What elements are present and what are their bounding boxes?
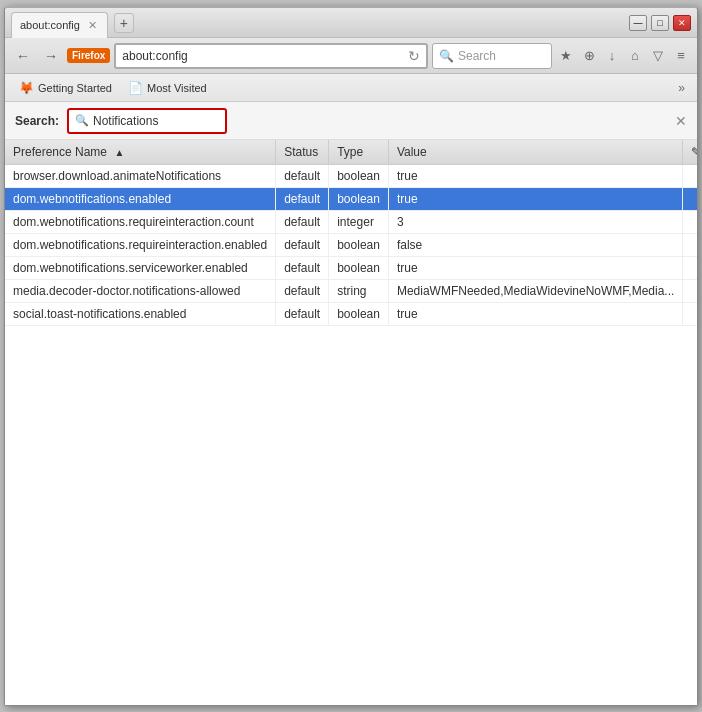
table-body: browser.download.animateNotificationsdef…	[5, 165, 697, 326]
table-header-row: Preference Name ▲ Status Type Value	[5, 140, 697, 165]
col-status-label: Status	[284, 145, 318, 159]
search-placeholder: Search	[458, 49, 496, 63]
cell-icon	[683, 303, 697, 326]
getting-started-icon: 🦊	[19, 81, 34, 95]
preferences-table: Preference Name ▲ Status Type Value	[5, 140, 697, 326]
close-button[interactable]: ✕	[673, 15, 691, 31]
window-controls: — □ ✕	[629, 15, 691, 31]
col-header-pref[interactable]: Preference Name ▲	[5, 140, 276, 165]
pocket-icon[interactable]: ▽	[648, 46, 668, 66]
address-bar[interactable]: about:config ↻	[114, 43, 428, 69]
col-type-label: Type	[337, 145, 363, 159]
cell-type: boolean	[329, 257, 389, 280]
col-pref-label: Preference Name	[13, 145, 107, 159]
tab-label: about:config	[20, 19, 80, 31]
bookmark-getting-started[interactable]: 🦊 Getting Started	[13, 79, 118, 97]
cell-type: integer	[329, 211, 389, 234]
sort-arrow-icon: ▲	[114, 147, 124, 158]
search-box[interactable]: 🔍 Search	[432, 43, 552, 69]
cell-pref: dom.webnotifications.serviceworker.enabl…	[5, 257, 276, 280]
most-visited-label: Most Visited	[147, 82, 207, 94]
table-row[interactable]: media.decoder-doctor.notifications-allow…	[5, 280, 697, 303]
most-visited-icon: 📄	[128, 81, 143, 95]
search-icon: 🔍	[439, 49, 454, 63]
col-header-type: Type	[329, 140, 389, 165]
col-value-label: Value	[397, 145, 427, 159]
col-header-status: Status	[276, 140, 329, 165]
filter-input[interactable]	[93, 114, 213, 128]
address-text: about:config	[122, 49, 408, 63]
cell-pref: dom.webnotifications.requireinteraction.…	[5, 211, 276, 234]
bookmarks-more-button[interactable]: »	[674, 79, 689, 97]
table-row[interactable]: dom.webnotifications.requireinteraction.…	[5, 211, 697, 234]
table-row[interactable]: social.toast-notifications.enableddefaul…	[5, 303, 697, 326]
cell-type: boolean	[329, 303, 389, 326]
cell-status: default	[276, 234, 329, 257]
cell-status: default	[276, 165, 329, 188]
cell-type: boolean	[329, 188, 389, 211]
cell-icon	[683, 234, 697, 257]
toolbar-icons: ★ ⊕ ↓ ⌂ ▽ ≡	[556, 46, 691, 66]
cell-value: true	[388, 165, 682, 188]
menu-icon[interactable]: ≡	[671, 46, 691, 66]
cell-type: boolean	[329, 165, 389, 188]
getting-started-label: Getting Started	[38, 82, 112, 94]
minimize-button[interactable]: —	[629, 15, 647, 31]
cell-icon	[683, 280, 697, 303]
download-icon[interactable]: ↓	[602, 46, 622, 66]
cell-pref: media.decoder-doctor.notifications-allow…	[5, 280, 276, 303]
cell-value: MediaWMFNeeded,MediaWidevineNoWMF,Media.…	[388, 280, 682, 303]
new-tab-button[interactable]: +	[114, 13, 134, 33]
bookmark-most-visited[interactable]: 📄 Most Visited	[122, 79, 213, 97]
title-bar: about:config ✕ + — □ ✕	[5, 8, 697, 38]
filter-bar: Search: 🔍 ✕	[5, 102, 697, 140]
filter-label: Search:	[15, 114, 59, 128]
cell-icon	[683, 257, 697, 280]
forward-button[interactable]: →	[39, 44, 63, 68]
navigation-bar: ← → Firefox about:config ↻ 🔍 Search ★ ⊕ …	[5, 38, 697, 74]
content-area: Search: 🔍 ✕ Preference Name ▲ Status	[5, 102, 697, 705]
cell-value: true	[388, 257, 682, 280]
filter-input-wrapper: 🔍	[67, 108, 227, 134]
firefox-badge: Firefox	[67, 48, 110, 63]
history-icon[interactable]: ⊕	[579, 46, 599, 66]
reload-button[interactable]: ↻	[408, 48, 420, 64]
table-row[interactable]: dom.webnotifications.requireinteraction.…	[5, 234, 697, 257]
table-row[interactable]: dom.webnotifications.enableddefaultboole…	[5, 188, 697, 211]
cell-type: boolean	[329, 234, 389, 257]
cell-pref: social.toast-notifications.enabled	[5, 303, 276, 326]
cell-value: true	[388, 188, 682, 211]
col-header-icon: ✎	[683, 140, 697, 165]
home-icon[interactable]: ⌂	[625, 46, 645, 66]
back-button[interactable]: ←	[11, 44, 35, 68]
cell-type: string	[329, 280, 389, 303]
cell-icon	[683, 211, 697, 234]
cell-status: default	[276, 280, 329, 303]
cell-icon	[683, 188, 697, 211]
table-row[interactable]: dom.webnotifications.serviceworker.enabl…	[5, 257, 697, 280]
cell-status: default	[276, 188, 329, 211]
filter-clear-button[interactable]: ✕	[675, 113, 687, 129]
filter-icon: 🔍	[75, 114, 89, 127]
bookmark-icon[interactable]: ★	[556, 46, 576, 66]
cell-pref: browser.download.animateNotifications	[5, 165, 276, 188]
edit-col-icon: ✎	[691, 145, 697, 159]
cell-status: default	[276, 257, 329, 280]
preferences-table-container[interactable]: Preference Name ▲ Status Type Value	[5, 140, 697, 705]
cell-icon	[683, 165, 697, 188]
cell-pref: dom.webnotifications.requireinteraction.…	[5, 234, 276, 257]
cell-pref: dom.webnotifications.enabled	[5, 188, 276, 211]
table-row[interactable]: browser.download.animateNotificationsdef…	[5, 165, 697, 188]
cell-status: default	[276, 303, 329, 326]
active-tab[interactable]: about:config ✕	[11, 12, 108, 38]
maximize-button[interactable]: □	[651, 15, 669, 31]
cell-status: default	[276, 211, 329, 234]
bookmarks-bar: 🦊 Getting Started 📄 Most Visited »	[5, 74, 697, 102]
tab-close-button[interactable]: ✕	[88, 19, 97, 32]
cell-value: true	[388, 303, 682, 326]
browser-window: about:config ✕ + — □ ✕ ← → Firefox about…	[4, 6, 698, 706]
cell-value: 3	[388, 211, 682, 234]
col-header-value: Value	[388, 140, 682, 165]
cell-value: false	[388, 234, 682, 257]
